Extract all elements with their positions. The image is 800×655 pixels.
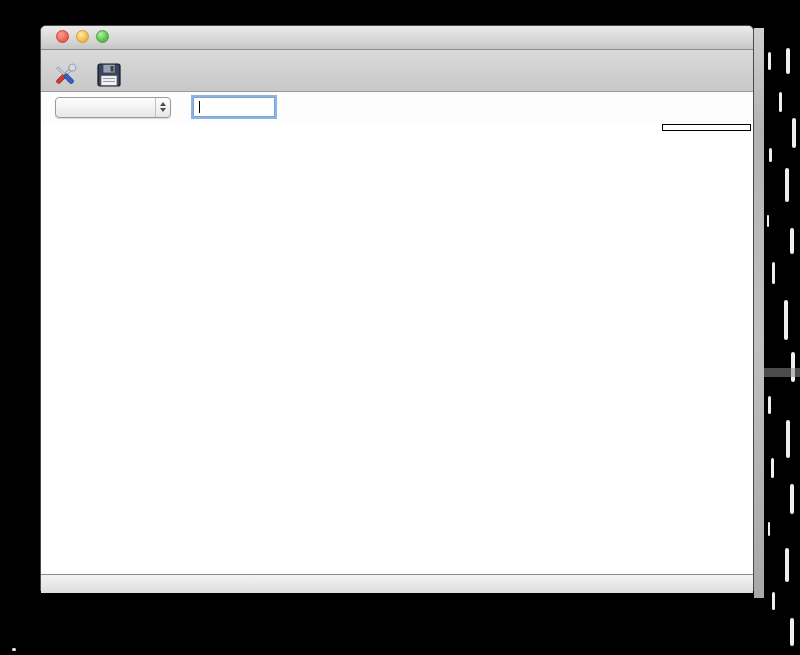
screenshot-root: { "window": { "title": "Multi-criterion … [0, 0, 800, 655]
window-edge-shadow [754, 28, 764, 598]
minimize-button[interactable] [76, 30, 89, 43]
show-hide-controls-button[interactable] [47, 61, 83, 90]
status-bar [41, 574, 753, 593]
screenshot-artifact [786, 48, 790, 74]
text-caret [199, 101, 200, 113]
zoom-residue-input[interactable] [193, 97, 275, 117]
controls-row [41, 92, 753, 122]
show-residues-dropdown[interactable] [55, 97, 171, 118]
tools-icon [51, 62, 79, 89]
screenshot-artifact [768, 52, 771, 70]
plot-legend [662, 124, 751, 131]
save-icon [97, 62, 121, 89]
screenshot-artifact [779, 92, 782, 112]
screenshot-artifact [786, 420, 790, 458]
screenshot-artifact [791, 352, 795, 382]
screenshot-artifact [769, 148, 772, 162]
screenshot-artifact [790, 228, 794, 254]
figure-area [41, 122, 753, 574]
screenshot-artifact [768, 396, 771, 414]
save-button[interactable] [93, 61, 125, 90]
app-window [40, 25, 754, 591]
screenshot-artifact [785, 548, 789, 582]
screenshot-artifact [772, 592, 775, 610]
dropdown-stepper-icon [155, 98, 170, 117]
screenshot-artifact [792, 118, 796, 148]
screenshot-artifact [772, 262, 775, 284]
screenshot-artifact [12, 648, 16, 651]
screenshot-artifact [790, 484, 794, 514]
toolbar [41, 50, 753, 92]
screenshot-artifact [767, 215, 769, 227]
multi-criterion-plot[interactable] [41, 122, 753, 574]
screenshot-artifact [763, 368, 800, 377]
close-button[interactable] [56, 30, 69, 43]
title-bar[interactable] [41, 26, 753, 50]
screenshot-artifact [768, 522, 770, 536]
screenshot-artifact [785, 168, 789, 202]
screenshot-artifact [784, 300, 788, 340]
screenshot-artifact [771, 458, 774, 478]
screenshot-artifact [790, 618, 794, 646]
zoom-button[interactable] [96, 30, 109, 43]
